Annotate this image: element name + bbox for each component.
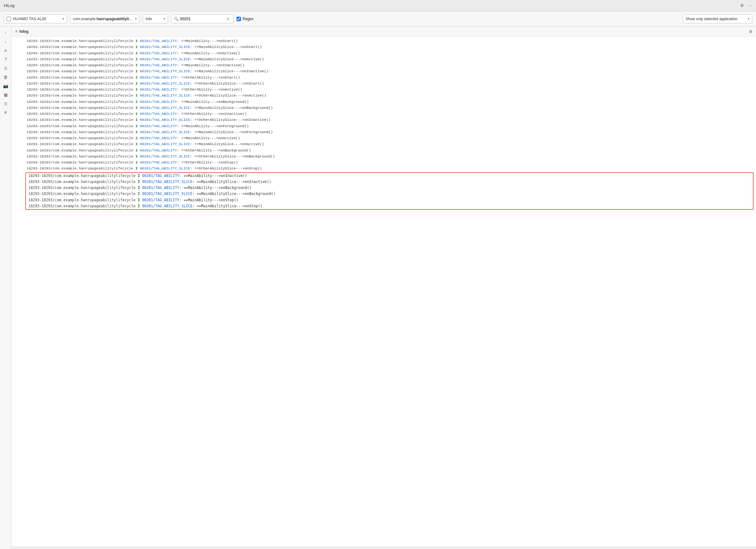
- regex-label[interactable]: Regex: [243, 17, 254, 21]
- sidebar-filter-icon[interactable]: ≡: [2, 47, 9, 54]
- log-line[interactable]: 18293-18293/com.example.hanrupageability…: [26, 197, 753, 203]
- sidebar-scroll-down-icon[interactable]: ↓: [2, 38, 9, 45]
- log-line[interactable]: 18293-18293/com.example.hanrupageability…: [11, 75, 756, 81]
- highlighted-log-group: 18293-18293/com.example.hanrupageability…: [25, 172, 753, 210]
- log-grid-icon[interactable]: ⊞: [749, 29, 752, 34]
- horizontal-scrollbar[interactable]: [11, 546, 756, 549]
- log-line[interactable]: 18293-18293/com.example.hanrupageability…: [11, 56, 756, 62]
- log-level-label: Info: [146, 17, 162, 21]
- clear-search-button[interactable]: ✕: [225, 16, 231, 21]
- more-icon[interactable]: ⋯: [747, 3, 752, 8]
- app-label: com.example.hanrupageabilityli...: [73, 17, 133, 21]
- device-icon: [7, 17, 11, 21]
- search-input[interactable]: [180, 17, 224, 21]
- show-only-chevron-icon: ▾: [748, 17, 749, 21]
- log-line[interactable]: 18293-18293/com.example.hanrupageability…: [26, 185, 753, 191]
- log-line[interactable]: 18293-18293/com.example.hanrupageability…: [11, 159, 756, 165]
- log-line[interactable]: 18293-18293/com.example.hanrupageability…: [11, 68, 756, 74]
- log-line[interactable]: 18293-18293/com.example.hanrupageability…: [11, 135, 756, 141]
- sidebar-screenshot-icon[interactable]: 📷: [2, 82, 9, 90]
- search-wrapper: 🔍 ✕: [171, 15, 233, 23]
- log-line[interactable]: 18293-18293/com.example.hanrupageability…: [11, 141, 756, 147]
- log-line[interactable]: 18293-18293/com.example.hanrupageability…: [26, 173, 753, 179]
- sidebar-sort-icon[interactable]: ⤓: [2, 56, 9, 63]
- log-line[interactable]: 18293-18293/com.example.hanrupageability…: [11, 111, 756, 117]
- sidebar-scroll-up-icon[interactable]: ↑: [2, 29, 9, 37]
- sidebar-delete-icon[interactable]: 🗑: [2, 73, 9, 81]
- sidebar-close-icon[interactable]: ✕: [2, 109, 9, 116]
- device-selector[interactable]: HUAWEI TAS-AL00 ▾: [4, 15, 67, 23]
- show-only-selector[interactable]: Show only selected application ▾: [683, 15, 752, 23]
- regex-wrapper: Regex: [237, 17, 254, 21]
- log-line[interactable]: 18293-18293/com.example.hanrupageability…: [26, 179, 753, 185]
- app-chevron-icon: ▾: [135, 17, 137, 21]
- log-header-left: ≡ hilog: [15, 29, 28, 34]
- log-line[interactable]: 18293-18293/com.example.hanrupageability…: [11, 147, 756, 153]
- log-line[interactable]: 18293-18293/com.example.hanrupageability…: [11, 44, 756, 50]
- log-line[interactable]: 18293-18293/com.example.hanrupageability…: [11, 99, 756, 105]
- title-bar: HiLog ⚙ ⋯: [0, 0, 756, 11]
- title-bar-actions: ⚙ ⋯: [740, 3, 752, 8]
- log-lines[interactable]: 18293-18293/com.example.hanrupageability…: [11, 37, 756, 546]
- log-line[interactable]: 18293-18293/com.example.hanrupageability…: [11, 81, 756, 87]
- main-content: ↑ ↓ ≡ ⤓ ⎙ 🗑 📷 ▦ ⎙ ✕ ≡ hilog ⊞ 18293-1829…: [0, 27, 756, 549]
- settings-icon[interactable]: ⚙: [740, 3, 745, 8]
- search-icon: 🔍: [174, 17, 179, 21]
- sidebar-export-icon[interactable]: ⎙: [2, 100, 9, 107]
- sidebar-chart-icon[interactable]: ▦: [2, 91, 9, 99]
- log-menu-icon[interactable]: ≡: [15, 29, 18, 34]
- app-title: HiLog: [4, 3, 15, 8]
- log-line[interactable]: 18293-18293/com.example.hanrupageability…: [11, 117, 756, 123]
- toolbar: HUAWEI TAS-AL00 ▾ com.example.hanrupagea…: [0, 11, 756, 27]
- log-line[interactable]: 18293-18293/com.example.hanrupageability…: [11, 165, 756, 171]
- app-selector[interactable]: com.example.hanrupageabilityli... ▾: [70, 15, 140, 23]
- sidebar-print-icon[interactable]: ⎙: [2, 64, 9, 72]
- device-chevron-icon: ▾: [63, 17, 64, 21]
- log-line[interactable]: 18293-18293/com.example.hanrupageability…: [11, 129, 756, 135]
- log-line[interactable]: 18293-18293/com.example.hanrupageability…: [11, 87, 756, 93]
- sidebar: ↑ ↓ ≡ ⤓ ⎙ 🗑 📷 ▦ ⎙ ✕: [0, 27, 11, 549]
- log-line[interactable]: 18293-18293/com.example.hanrupageability…: [11, 50, 756, 56]
- log-line[interactable]: 18293-18293/com.example.hanrupageability…: [11, 105, 756, 111]
- log-line[interactable]: 18293-18293/com.example.hanrupageability…: [11, 62, 756, 68]
- log-line[interactable]: 18293-18293/com.example.hanrupageability…: [26, 191, 753, 197]
- log-header: ≡ hilog ⊞: [11, 27, 756, 37]
- log-header-title: hilog: [20, 29, 29, 34]
- log-level-selector[interactable]: Info ▾: [143, 15, 168, 23]
- log-line[interactable]: 18293-18293/com.example.hanrupageability…: [11, 153, 756, 159]
- log-line[interactable]: 18293-18293/com.example.hanrupageability…: [11, 123, 756, 129]
- regex-checkbox[interactable]: [237, 17, 241, 21]
- level-chevron-icon: ▾: [164, 17, 165, 21]
- log-line[interactable]: 18293-18293/com.example.hanrupageability…: [11, 93, 756, 99]
- log-header-right: ⊞: [749, 29, 752, 34]
- device-label: HUAWEI TAS-AL00: [13, 17, 61, 21]
- log-area: ≡ hilog ⊞ 18293-18293/com.example.hanrup…: [11, 27, 756, 549]
- log-line[interactable]: 18293-18293/com.example.hanrupageability…: [26, 203, 753, 209]
- show-only-label: Show only selected application: [686, 17, 746, 21]
- log-line[interactable]: 18293-18293/com.example.hanrupageability…: [11, 38, 756, 44]
